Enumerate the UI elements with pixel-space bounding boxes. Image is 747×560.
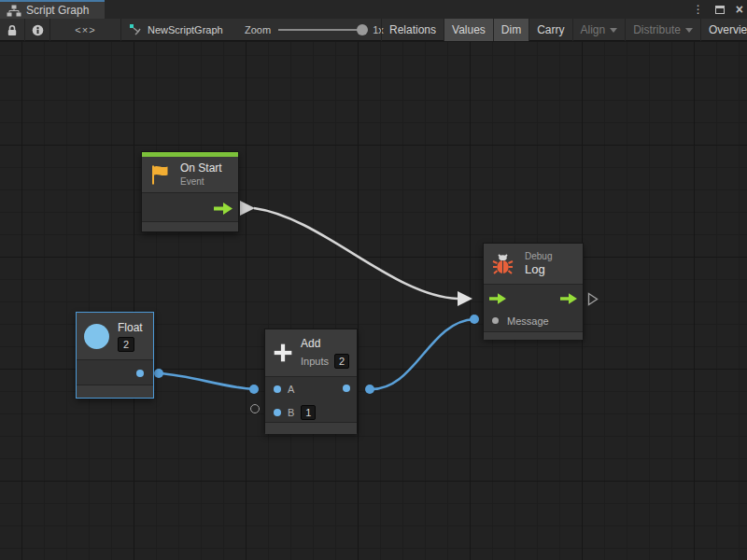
- add-title: Add: [301, 337, 349, 351]
- float-title: Float: [118, 321, 143, 335]
- add-port-b-label: B: [288, 407, 294, 418]
- info-button[interactable]: [25, 19, 50, 41]
- hollow-triangle-icon: [587, 292, 599, 306]
- on-start-title: On Start: [180, 161, 222, 175]
- add-port-a-label: A: [288, 384, 294, 395]
- exec-input-port[interactable]: [489, 291, 506, 308]
- debug-log-header: Debug Log: [484, 244, 583, 284]
- add-output-port[interactable]: [343, 385, 350, 392]
- debug-log-title: Log: [525, 262, 552, 277]
- carry-label: Carry: [537, 23, 564, 36]
- exec-arrow-icon: [560, 293, 577, 304]
- unity-visual-scripting-window: Script Graph ⋮ × <×>: [0, 0, 747, 560]
- toolbar-buttons: Relations Values Dim Carry Align Distrib…: [381, 19, 747, 41]
- graph-toolbar: <×> NewScriptGraph Zoom 1x Relations Val…: [0, 19, 747, 41]
- graph-reference[interactable]: NewScriptGraph: [129, 19, 223, 41]
- relations-button[interactable]: Relations: [381, 19, 444, 41]
- code-view-button[interactable]: <×>: [50, 19, 121, 41]
- float-body: [77, 359, 153, 385]
- zoom-control: Zoom 1x: [245, 19, 384, 41]
- more-menu-icon[interactable]: ⋮: [693, 4, 704, 15]
- exec-row: [484, 285, 583, 310]
- add-b-value-field[interactable]: 1: [301, 405, 316, 420]
- debug-log-body: Message: [484, 284, 583, 332]
- align-label: Align: [581, 23, 606, 36]
- script-graph-icon: [7, 5, 21, 17]
- overview-button[interactable]: Overview: [700, 19, 747, 41]
- unconnected-exec-marker[interactable]: [587, 292, 599, 310]
- tab-script-graph[interactable]: Script Graph: [0, 0, 105, 19]
- tab-title: Script Graph: [26, 4, 89, 17]
- float-header: Float 2: [77, 313, 153, 359]
- carry-button[interactable]: Carry: [529, 19, 571, 41]
- window-controls: ⋮ ×: [693, 0, 743, 19]
- lock-button[interactable]: [0, 19, 25, 41]
- add-footer: [265, 423, 357, 434]
- message-port-row: Message: [484, 310, 583, 331]
- maximize-icon[interactable]: [715, 6, 725, 14]
- on-start-subtitle: Event: [180, 175, 222, 188]
- add-input-b-port[interactable]: [274, 409, 281, 416]
- exec-output-port[interactable]: [214, 202, 233, 218]
- info-icon: [32, 24, 44, 36]
- dim-label: Dim: [501, 23, 521, 36]
- debug-log-subtitle: Debug: [525, 250, 552, 262]
- on-start-header: On Start Event: [142, 157, 238, 192]
- flag-icon: [149, 164, 170, 186]
- exec-output-port[interactable]: [560, 291, 577, 308]
- add-inputs-field[interactable]: 2: [334, 354, 349, 369]
- node-float[interactable]: Float 2: [76, 312, 154, 399]
- float-type-icon: [84, 324, 109, 349]
- port-row-a: A: [265, 377, 357, 400]
- unconnected-port-marker[interactable]: [250, 404, 260, 413]
- graph-name: NewScriptGraph: [148, 24, 223, 35]
- add-inputs-label: Inputs: [301, 356, 329, 367]
- node-on-start[interactable]: On Start Event: [141, 151, 239, 232]
- zoom-slider-track: [278, 29, 366, 31]
- zoom-slider[interactable]: [278, 24, 366, 35]
- distribute-label: Distribute: [633, 23, 681, 36]
- debug-log-footer: [484, 332, 583, 340]
- values-button[interactable]: Values: [444, 19, 493, 41]
- on-start-body: [142, 192, 238, 222]
- align-dropdown[interactable]: Align: [572, 19, 626, 41]
- exec-arrow-icon: [214, 203, 233, 215]
- node-add[interactable]: Add Inputs 2 A B 1: [264, 329, 358, 433]
- add-header: Add Inputs 2: [265, 329, 357, 376]
- tab-bar: Script Graph ⋮ ×: [0, 0, 747, 19]
- port-row-b: B 1: [265, 400, 357, 424]
- message-input-port[interactable]: [492, 317, 499, 324]
- on-start-footer: [142, 222, 238, 231]
- graph-asset-icon: [129, 23, 142, 36]
- dim-button[interactable]: Dim: [493, 19, 529, 41]
- bug-icon: [491, 252, 514, 275]
- float-footer: [77, 385, 153, 398]
- float-output-port[interactable]: [136, 370, 144, 377]
- add-input-a-port[interactable]: [274, 385, 281, 393]
- zoom-slider-handle[interactable]: [357, 24, 368, 35]
- exec-arrow-icon: [489, 293, 506, 304]
- distribute-dropdown[interactable]: Distribute: [625, 19, 700, 41]
- graph-canvas[interactable]: [0, 42, 747, 560]
- plus-icon: [273, 341, 293, 365]
- float-value-field[interactable]: 2: [118, 337, 134, 352]
- overview-label: Overview: [709, 23, 747, 36]
- lock-icon: [7, 24, 18, 36]
- message-port-label: Message: [507, 315, 549, 327]
- values-label: Values: [452, 23, 486, 36]
- add-body: A B 1: [265, 376, 357, 423]
- relations-label: Relations: [389, 23, 436, 36]
- node-debug-log[interactable]: Debug Log Message: [483, 243, 584, 339]
- chevron-down-icon: [685, 28, 693, 33]
- close-icon[interactable]: ×: [736, 3, 743, 16]
- chevron-down-icon: [610, 28, 617, 33]
- zoom-label: Zoom: [245, 24, 271, 35]
